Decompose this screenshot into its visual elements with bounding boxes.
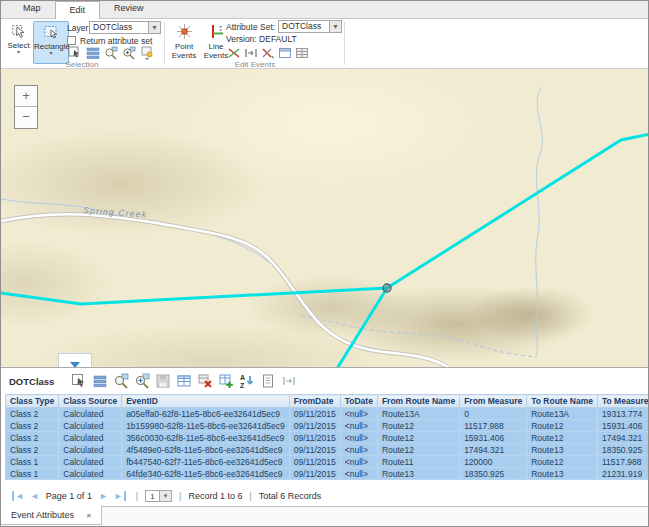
table-cell[interactable]: Calculated — [59, 432, 122, 444]
close-icon[interactable]: × — [87, 511, 92, 520]
table-cell[interactable]: 1b159980-62f8-11e5-8bc6-ee32641d5ec9 — [122, 420, 290, 432]
select-tool-button[interactable]: Select ▾ — [5, 21, 32, 64]
table-cell[interactable]: 09/11/2015 — [289, 444, 340, 456]
table-cell[interactable]: Calculated — [59, 456, 122, 468]
table-cell[interactable]: Route13 — [527, 468, 598, 480]
column-header[interactable]: ToDate — [340, 395, 377, 408]
table-cell[interactable]: 09/11/2015 — [289, 420, 340, 432]
table-cell[interactable]: Route12 — [527, 456, 598, 468]
table-cell[interactable]: Route13A — [527, 408, 598, 420]
table-cell[interactable]: Calculated — [59, 444, 122, 456]
table-row[interactable]: Class 2Calculateda05effa0-62f8-11e5-8bc6… — [6, 408, 649, 420]
table-cell[interactable]: Calculated — [59, 468, 122, 480]
table-cell[interactable]: 15931.406 — [597, 420, 649, 432]
panel-collapse-button[interactable] — [58, 353, 92, 367]
table-cell[interactable]: <null> — [340, 408, 377, 420]
table-cell[interactable]: Route12 — [377, 420, 459, 432]
table-cell[interactable]: Route13A — [377, 408, 459, 420]
table-cell[interactable]: 09/11/2015 — [289, 432, 340, 444]
table-cell[interactable]: 356c0030-62f8-11e5-8bc6-ee32641d5ec9 — [122, 432, 290, 444]
trim-event-icon[interactable] — [261, 46, 275, 60]
route-line-west[interactable] — [1, 288, 387, 304]
map-canvas[interactable]: Spring Creek + − — [1, 69, 649, 367]
table-cell[interactable]: Class 2 — [6, 432, 59, 444]
column-header[interactable]: FromDate — [289, 395, 340, 408]
select-features-icon[interactable] — [68, 46, 82, 60]
page-number-input[interactable]: 1 — [145, 490, 160, 502]
column-header[interactable]: From Route Name — [377, 395, 459, 408]
point-events-button[interactable]: Point Events — [169, 21, 199, 64]
save-icon[interactable] — [154, 372, 172, 390]
table-cell[interactable]: 17494.321 — [460, 444, 527, 456]
add-record-icon[interactable] — [217, 372, 235, 390]
table-icon[interactable] — [295, 46, 309, 60]
rectangle-tool-caret[interactable]: ▾ — [34, 51, 68, 55]
table-cell[interactable]: 17494.321 — [597, 432, 649, 444]
table-cell[interactable]: <null> — [340, 420, 377, 432]
return-attribute-set-checkbox[interactable] — [67, 36, 76, 45]
table-cell[interactable]: Route12 — [377, 444, 459, 456]
table-row[interactable]: Class 1Calculatedfb447540-62f7-11e5-8bc6… — [6, 456, 649, 468]
table-cell[interactable]: 18350.925 — [460, 468, 527, 480]
layer-dropdown[interactable]: DOTClass — [89, 21, 149, 34]
zoom-to-record-icon[interactable] — [112, 372, 130, 390]
table-cell[interactable]: 11517.988 — [597, 456, 649, 468]
column-header[interactable]: To Measure — [597, 395, 649, 408]
column-header[interactable]: From Measure — [460, 395, 527, 408]
panel-icon[interactable] — [278, 46, 292, 60]
table-cell[interactable]: 15931.406 — [460, 432, 527, 444]
route-line-south[interactable] — [338, 288, 387, 367]
table-cell[interactable]: Class 2 — [6, 420, 59, 432]
table-row[interactable]: Class 1Calculated64fde340-62f8-11e5-8bc6… — [6, 468, 649, 480]
table-cell[interactable]: 09/11/2015 — [289, 468, 340, 480]
table-cell[interactable]: a05effa0-62f8-11e5-8bc6-ee32641d5ec9 — [122, 408, 290, 420]
table-cell[interactable]: <null> — [340, 468, 377, 480]
zoom-out-button[interactable]: − — [15, 107, 37, 128]
table-cell[interactable]: fb447540-62f7-11e5-8bc6-ee32641d5ec9 — [122, 456, 290, 468]
column-header[interactable]: To Route Name — [527, 395, 598, 408]
table-cell[interactable]: <null> — [340, 456, 377, 468]
last-page-button[interactable]: ► — [114, 491, 126, 501]
column-header[interactable]: Class Type — [6, 395, 59, 408]
page-number-dropdown-arrow[interactable]: ▼ — [160, 490, 172, 502]
attribute-table-icon[interactable] — [175, 372, 193, 390]
attribute-set-dropdown[interactable]: DOTClass — [278, 20, 330, 33]
rectangle-tool-button[interactable]: Rectangle ▾ — [33, 21, 69, 64]
merge-event-icon[interactable] — [244, 46, 258, 60]
attribute-set-dropdown-arrow[interactable]: ▼ — [329, 20, 342, 33]
first-page-button[interactable]: ◄ — [12, 491, 24, 501]
table-cell[interactable]: Calculated — [59, 408, 122, 420]
table-cell[interactable]: Class 1 — [6, 456, 59, 468]
table-cell[interactable]: Class 2 — [6, 444, 59, 456]
table-cell[interactable]: Route12 — [527, 420, 598, 432]
route-lines[interactable] — [1, 134, 649, 367]
delete-record-icon[interactable] — [196, 372, 214, 390]
zoom-in-button[interactable]: + — [15, 86, 37, 107]
table-cell[interactable]: Route12 — [377, 432, 459, 444]
next-page-button[interactable]: ► — [99, 491, 108, 501]
table-row[interactable]: Class 2Calculated1b159980-62f8-11e5-8bc6… — [6, 420, 649, 432]
select-records-icon[interactable] — [70, 372, 88, 390]
previous-page-button[interactable]: ◄ — [30, 491, 39, 501]
table-cell[interactable]: Route13 — [527, 444, 598, 456]
table-cell[interactable]: Class 2 — [6, 408, 59, 420]
table-cell[interactable]: Route13 — [377, 468, 459, 480]
column-header[interactable]: Class Source — [59, 395, 122, 408]
route-line-northeast[interactable] — [387, 134, 649, 288]
tab-event-attributes[interactable]: Event Attributes × — [1, 506, 102, 525]
layer-dropdown-arrow[interactable]: ▼ — [148, 21, 161, 34]
measure-brackets-icon[interactable] — [280, 372, 298, 390]
zoom-to-selection-icon[interactable] — [104, 46, 118, 60]
sort-icon[interactable]: AZ — [238, 372, 256, 390]
tab-map[interactable]: Map — [9, 0, 55, 18]
table-row[interactable]: Class 2Calculated356c0030-62f8-11e5-8bc6… — [6, 432, 649, 444]
table-cell[interactable]: 120000 — [460, 456, 527, 468]
table-cell[interactable]: 09/11/2015 — [289, 408, 340, 420]
pan-to-record-icon[interactable] — [133, 372, 151, 390]
table-cell[interactable]: 64fde340-62f8-11e5-8bc6-ee32641d5ec9 — [122, 468, 290, 480]
table-cell[interactable]: Route12 — [527, 432, 598, 444]
table-cell[interactable]: <null> — [340, 444, 377, 456]
table-cell[interactable]: 4f5489e0-62f8-11e5-8bc6-ee32641d5ec9 — [122, 444, 290, 456]
split-event-icon[interactable] — [227, 46, 241, 60]
column-header[interactable]: EventID — [122, 395, 290, 408]
